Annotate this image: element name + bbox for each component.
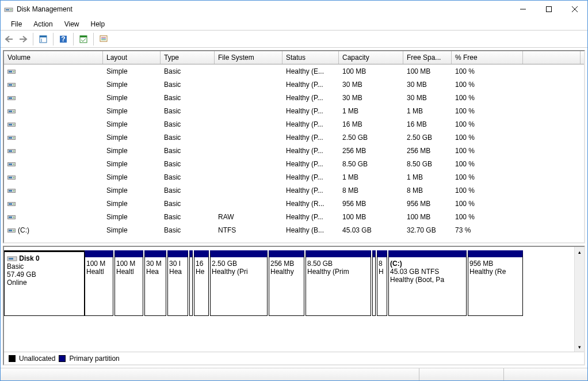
svg-point-2 — [10, 9, 12, 10]
close-button[interactable] — [562, 1, 587, 18]
partition[interactable]: 956 MBHealthy (Re — [468, 250, 523, 316]
scroll-down-button[interactable]: ▾ — [575, 342, 584, 352]
table-row[interactable]: SimpleBasicHealthy (P...256 MB256 MB100 … — [4, 144, 584, 157]
svg-rect-1 — [6, 9, 9, 10]
maximize-button[interactable] — [536, 1, 562, 18]
forward-button[interactable] — [17, 33, 29, 45]
partition[interactable]: 100 MHealtl — [114, 250, 143, 316]
status-bar — [1, 368, 587, 380]
table-row[interactable]: SimpleBasicHealthy (P...30 MB30 MB100 % — [4, 91, 584, 104]
table-row[interactable]: SimpleBasicHealthy (P...2.50 GB2.50 GB10… — [4, 131, 584, 144]
cell-status: Healthy (P... — [282, 91, 339, 104]
table-row[interactable]: SimpleBasicHealthy (P...30 MB30 MB100 % — [4, 78, 584, 91]
cell-pct: 100 % — [452, 184, 523, 197]
table-row[interactable]: SimpleBasicRAWHealthy (P...100 MB100 MB1… — [4, 210, 584, 223]
cell-type: Basic — [161, 104, 215, 117]
cell-free: 1 MB — [403, 170, 452, 184]
cell-layout: Simple — [103, 170, 161, 184]
cell-fs — [215, 64, 282, 78]
cell-blank — [523, 170, 581, 184]
svg-rect-13 — [80, 36, 87, 37]
cell-layout: Simple — [103, 197, 161, 210]
column-header-volume[interactable]: Volume — [4, 51, 103, 64]
menu-file[interactable]: File — [5, 19, 28, 29]
table-row[interactable]: (C:)SimpleBasicNTFSHealthy (B...45.03 GB… — [4, 223, 584, 237]
cell-pct: 100 % — [452, 64, 523, 78]
title-bar: Disk Management — [1, 1, 587, 18]
cell-volume — [4, 197, 103, 210]
partition[interactable] — [189, 250, 193, 316]
cell-blank — [523, 144, 581, 157]
table-row[interactable]: SimpleBasicHealthy (P...16 MB16 MB100 % — [4, 117, 584, 131]
cell-free: 30 MB — [403, 78, 452, 91]
cell-fs: RAW — [215, 210, 282, 223]
cell-capacity: 8 MB — [339, 184, 403, 197]
cell-pct: 100 % — [452, 104, 523, 117]
partition[interactable]: 16He — [194, 250, 209, 316]
cell-layout: Simple — [103, 223, 161, 237]
disk-info[interactable]: Disk 0 Basic 57.49 GB Online — [4, 250, 85, 316]
table-row[interactable]: SimpleBasicHealthy (P...1 MB1 MB100 % — [4, 170, 584, 184]
settings-button[interactable] — [77, 33, 90, 45]
partition[interactable]: 30 MHea — [144, 250, 166, 316]
disk-name: Disk 0 — [19, 254, 39, 262]
cell-capacity: 45.03 GB — [339, 223, 403, 237]
column-header-fs[interactable]: File System — [215, 51, 282, 64]
cell-pct: 73 % — [452, 223, 523, 237]
cell-pct: 100 % — [452, 210, 523, 223]
cell-volume — [4, 170, 103, 184]
refresh-button[interactable] — [37, 33, 49, 45]
menu-help[interactable]: Help — [85, 19, 111, 29]
table-row[interactable]: SimpleBasicHealthy (R...956 MB956 MB100 … — [4, 197, 584, 210]
cell-fs — [215, 78, 282, 91]
cell-blank — [523, 184, 581, 197]
menu-action[interactable]: Action — [28, 19, 58, 29]
cell-volume — [4, 184, 103, 197]
svg-point-35 — [13, 137, 14, 138]
partition[interactable] — [372, 250, 376, 316]
partition[interactable]: 256 MBHealthy — [269, 250, 304, 316]
partition[interactable]: (C:)45.03 GB NTFSHealthy (Boot, Pa — [388, 250, 467, 316]
partition[interactable]: 100 MHealtl — [85, 250, 113, 316]
cell-pct: 100 % — [452, 144, 523, 157]
cell-fs — [215, 104, 282, 117]
disk-row[interactable]: Disk 0 Basic 57.49 GB Online 100 MHealtl… — [4, 247, 574, 316]
column-header-capacity[interactable]: Capacity — [339, 51, 403, 64]
column-header-pct[interactable]: % Free — [452, 51, 523, 64]
column-header-layout[interactable]: Layout — [103, 51, 161, 64]
cell-blank — [523, 104, 581, 117]
vertical-scrollbar[interactable]: ▴ ▾ — [574, 247, 584, 352]
cell-type: Basic — [161, 223, 215, 237]
cell-capacity: 16 MB — [339, 117, 403, 131]
svg-rect-43 — [9, 177, 12, 178]
partition[interactable]: 30 IHea — [167, 250, 188, 316]
cell-blank — [523, 78, 581, 91]
cell-type: Basic — [161, 131, 215, 144]
cell-blank — [523, 131, 581, 144]
minimize-button[interactable] — [510, 1, 536, 18]
column-header-free[interactable]: Free Spa... — [403, 51, 452, 64]
cell-volume — [4, 144, 103, 157]
back-button[interactable] — [3, 33, 16, 45]
cell-volume: (C:) — [4, 223, 103, 237]
table-row[interactable]: SimpleBasicHealthy (P...8 MB8 MB100 % — [4, 184, 584, 197]
cell-type: Basic — [161, 117, 215, 131]
table-row[interactable]: SimpleBasicHealthy (P...8.50 GB8.50 GB10… — [4, 157, 584, 170]
partition[interactable]: 2.50 GBHealthy (Pri — [210, 250, 268, 316]
cell-pct: 100 % — [452, 117, 523, 131]
disk-icon — [7, 254, 17, 262]
partition[interactable]: 8H — [377, 250, 387, 316]
column-header-type[interactable]: Type — [161, 51, 215, 64]
table-row[interactable]: SimpleBasicHealthy (P...1 MB1 MB100 % — [4, 104, 584, 117]
properties-button[interactable] — [97, 33, 110, 45]
menu-view[interactable]: View — [59, 19, 85, 29]
partition[interactable]: 8.50 GBHealthy (Prim — [306, 250, 371, 316]
table-row[interactable]: SimpleBasicHealthy (E...100 MB100 MB100 … — [4, 64, 584, 78]
help-button[interactable]: ? — [57, 33, 70, 45]
scroll-up-button[interactable]: ▴ — [575, 247, 584, 257]
column-header-status[interactable]: Status — [282, 51, 339, 64]
svg-point-26 — [13, 97, 14, 98]
cell-free: 8.50 GB — [403, 157, 452, 170]
cell-free: 100 MB — [403, 64, 452, 78]
column-header-blank[interactable] — [523, 51, 581, 64]
